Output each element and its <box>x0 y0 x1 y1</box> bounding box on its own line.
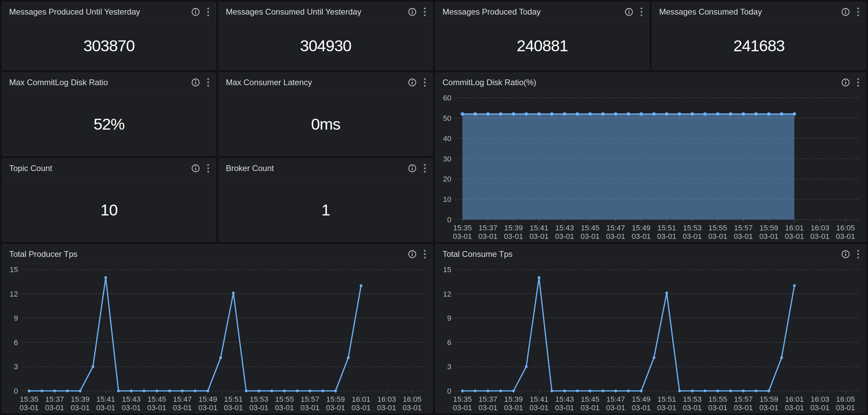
panel-broker-count: Broker Count 1 <box>219 158 433 242</box>
info-icon[interactable] <box>841 250 850 259</box>
svg-text:03-01: 03-01 <box>836 403 855 412</box>
svg-text:15:37: 15:37 <box>478 395 497 403</box>
panel-header: Topic Count <box>2 159 216 178</box>
panel-commitlog-disk-ratio-chart: CommitLog Disk Ratio(%) 010203040506015:… <box>435 73 866 242</box>
svg-text:15: 15 <box>443 265 451 274</box>
info-icon[interactable] <box>408 250 417 259</box>
panel-menu-icon[interactable] <box>857 249 860 259</box>
svg-text:03-01: 03-01 <box>529 403 548 412</box>
panel-header: Messages Consumed Today <box>652 2 866 22</box>
panel-title[interactable]: Max CommitLog Disk Ratio <box>9 78 191 87</box>
panel-header-actions <box>841 78 860 87</box>
panel-menu-icon[interactable] <box>423 164 426 173</box>
stat-value: 303870 <box>2 22 216 70</box>
svg-text:15: 15 <box>10 265 18 274</box>
info-icon[interactable] <box>408 7 417 16</box>
svg-text:15:37: 15:37 <box>478 224 497 232</box>
panel-menu-icon[interactable] <box>640 7 643 17</box>
panel-menu-icon[interactable] <box>423 78 426 87</box>
svg-text:03-01: 03-01 <box>836 232 855 241</box>
info-icon[interactable] <box>408 78 417 87</box>
svg-text:03-01: 03-01 <box>734 403 753 412</box>
panel-title[interactable]: Total Consume Tps <box>442 249 841 259</box>
svg-text:03-01: 03-01 <box>478 232 498 241</box>
stat-value: 10 <box>2 178 216 241</box>
svg-text:03-01: 03-01 <box>326 403 345 412</box>
panel-title[interactable]: Total Producer Tps <box>9 249 408 259</box>
stat-value: 240881 <box>436 22 649 70</box>
panel-menu-icon[interactable] <box>857 78 860 87</box>
svg-text:03-01: 03-01 <box>504 403 523 412</box>
svg-text:03-01: 03-01 <box>275 403 294 412</box>
info-icon[interactable] <box>191 7 200 16</box>
panel-menu-icon[interactable] <box>857 7 860 17</box>
svg-text:03-01: 03-01 <box>173 403 192 412</box>
panel-header: Total Producer Tps <box>2 245 432 264</box>
panel-title[interactable]: Messages Consumed Until Yesterday <box>226 7 408 17</box>
svg-text:15:35: 15:35 <box>453 395 472 403</box>
svg-text:6: 6 <box>14 338 18 347</box>
panel-menu-icon[interactable] <box>207 164 210 173</box>
svg-text:15:41: 15:41 <box>96 395 115 403</box>
svg-text:0: 0 <box>14 387 18 395</box>
svg-text:03-01: 03-01 <box>71 403 90 412</box>
info-icon[interactable] <box>841 7 850 16</box>
panel-header-actions <box>625 7 643 17</box>
info-icon[interactable] <box>191 164 200 173</box>
svg-text:16:01: 16:01 <box>785 395 804 403</box>
svg-text:60: 60 <box>443 94 451 102</box>
panel-menu-icon[interactable] <box>207 78 210 87</box>
svg-text:15:53: 15:53 <box>250 395 268 403</box>
total-consume-tps-line-chart[interactable]: 0369121515:3503-0115:3703-0115:3903-0115… <box>436 264 866 413</box>
panel-header-actions <box>191 164 210 173</box>
panel-title[interactable]: Topic Count <box>9 164 191 173</box>
svg-text:16:01: 16:01 <box>785 224 804 232</box>
svg-text:16:03: 16:03 <box>811 395 829 403</box>
panel-title[interactable]: Messages Produced Until Yesterday <box>9 7 191 17</box>
svg-text:15:49: 15:49 <box>632 224 651 232</box>
commitlog-disk-ratio-area-chart[interactable]: 010203040506015:3503-0115:3703-0115:3903… <box>436 92 866 241</box>
panel-messages-consumed-until-yesterday: Messages Consumed Until Yesterday 304930 <box>219 2 433 70</box>
info-icon[interactable] <box>191 78 200 87</box>
svg-text:15:49: 15:49 <box>199 395 217 403</box>
panel-menu-icon[interactable] <box>423 7 426 17</box>
panel-title[interactable]: Messages Consumed Today <box>659 7 841 17</box>
svg-text:50: 50 <box>443 114 451 122</box>
svg-text:15:37: 15:37 <box>45 395 64 403</box>
panel-menu-icon[interactable] <box>423 249 426 259</box>
svg-text:03-01: 03-01 <box>708 403 727 412</box>
svg-text:16:01: 16:01 <box>352 395 370 403</box>
svg-text:15:53: 15:53 <box>683 224 702 232</box>
panel-title[interactable]: Broker Count <box>226 164 408 173</box>
svg-text:15:53: 15:53 <box>683 395 702 403</box>
panel-menu-icon[interactable] <box>207 7 210 17</box>
svg-text:03-01: 03-01 <box>301 403 320 412</box>
svg-text:16:05: 16:05 <box>403 395 421 403</box>
total-producer-tps-line-chart[interactable]: 0369121515:3503-0115:3703-0115:3903-0115… <box>2 264 432 413</box>
svg-text:9: 9 <box>14 314 18 322</box>
svg-text:03-01: 03-01 <box>632 232 651 241</box>
svg-text:03-01: 03-01 <box>96 403 115 412</box>
svg-text:03-01: 03-01 <box>20 403 39 412</box>
svg-text:15:35: 15:35 <box>20 395 38 403</box>
chart-body: 0369121515:3503-0115:3703-0115:3903-0115… <box>2 264 432 413</box>
svg-text:03-01: 03-01 <box>657 403 676 412</box>
svg-text:03-01: 03-01 <box>377 403 396 412</box>
panel-title[interactable]: Max Consumer Latency <box>226 78 408 87</box>
svg-text:15:39: 15:39 <box>71 395 90 403</box>
svg-text:15:55: 15:55 <box>275 395 294 403</box>
panel-title[interactable]: CommitLog Disk Ratio(%) <box>442 78 841 87</box>
dashboard-grid: Messages Produced Until Yesterday 303870… <box>0 0 868 415</box>
svg-text:15:55: 15:55 <box>708 224 727 232</box>
panel-header: Messages Produced Today <box>436 2 649 22</box>
info-icon[interactable] <box>408 164 417 173</box>
info-icon[interactable] <box>841 78 850 87</box>
svg-text:15:51: 15:51 <box>657 395 676 403</box>
panel-header-actions <box>841 7 860 17</box>
stat-value: 1 <box>219 178 432 241</box>
panel-title[interactable]: Messages Produced Today <box>442 7 625 17</box>
info-icon[interactable] <box>625 7 633 16</box>
svg-text:12: 12 <box>10 290 18 298</box>
svg-text:15:43: 15:43 <box>122 395 141 403</box>
svg-text:0: 0 <box>447 387 451 395</box>
